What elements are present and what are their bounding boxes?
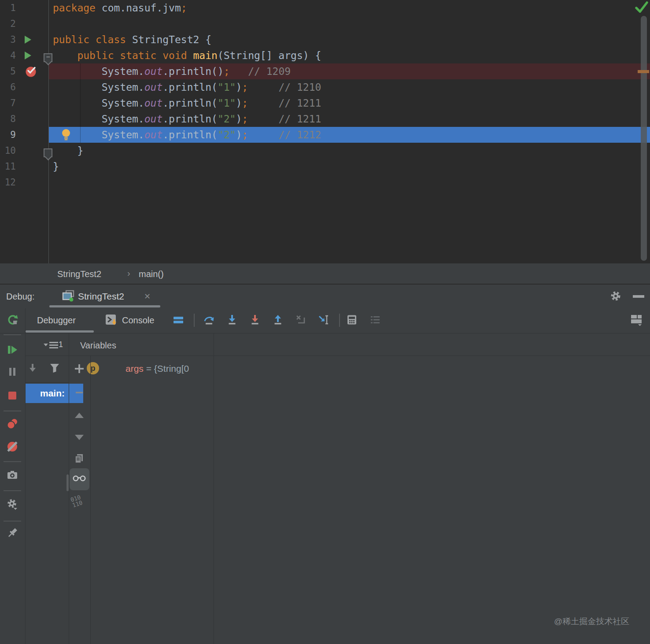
editor-scrollbar[interactable]	[641, 16, 647, 261]
strip-separator	[4, 490, 21, 491]
run-line-icon[interactable]	[23, 51, 32, 60]
code-text: }	[53, 143, 83, 159]
line-number: 6	[0, 79, 16, 95]
pin-tab-icon[interactable]	[6, 527, 18, 539]
code-text: System.out.println("2"); // 1211	[53, 111, 321, 127]
rerun-debug-icon[interactable]	[7, 314, 19, 326]
duplicate-watch-icon[interactable]	[73, 452, 85, 465]
evaluate-binary-icon[interactable]: 010 110	[70, 494, 83, 508]
layout-settings-icon[interactable]	[630, 313, 642, 326]
move-watch-down-icon[interactable]	[73, 431, 85, 444]
move-watch-up-icon[interactable]	[73, 409, 85, 422]
code-text: System.out.println("2"); // 1212	[53, 127, 321, 143]
tab-debugger[interactable]: Debugger	[37, 315, 76, 326]
inspections-ok-check-icon[interactable]	[635, 1, 649, 14]
hide-toolwindow-icon[interactable]	[633, 295, 644, 298]
drop-frame-icon[interactable]	[295, 314, 307, 326]
code-line[interactable]: 3public class StringTest2 {	[0, 32, 650, 48]
debug-content: 1 main: Variables 010 110 p args = {Stri…	[0, 333, 650, 644]
line-number: 4	[0, 48, 16, 63]
debug-toolwindow-header: Debug: StringTest2 ✕	[0, 285, 650, 308]
variables-title: Variables	[80, 341, 116, 351]
debug-session-tab-icon	[62, 289, 75, 303]
line-number: 10	[0, 143, 16, 159]
view-breakpoints-icon[interactable]	[6, 418, 18, 430]
active-tab-underline	[26, 330, 94, 333]
stop-program-icon[interactable]	[6, 389, 18, 402]
show-execution-point-icon[interactable]	[172, 314, 185, 326]
strip-separator	[4, 334, 21, 335]
mute-breakpoints-icon[interactable]	[6, 440, 18, 453]
remove-watch-icon[interactable]	[73, 386, 85, 399]
fold-marker[interactable]: −	[44, 53, 52, 62]
code-text: System.out.println("1"); // 1211	[53, 95, 321, 111]
line-number: 2	[0, 16, 16, 32]
console-tab-icon	[105, 314, 118, 327]
breadcrumb-separator-icon: ›	[127, 268, 130, 278]
code-line[interactable]: 11}	[0, 159, 650, 174]
active-session-underline	[49, 305, 160, 307]
variable-row-args[interactable]: args = {String[0	[91, 360, 214, 378]
code-line[interactable]: 8 System.out.println("2"); // 1211	[0, 111, 650, 127]
close-icon[interactable]: ✕	[144, 292, 151, 301]
variable-equals: =	[144, 363, 154, 374]
breadcrumb: StringTest2 › main()	[0, 263, 650, 285]
watermark: @稀土掘金技术社区	[554, 616, 629, 627]
strip-separator	[4, 411, 21, 411]
trace-settings-icon[interactable]	[369, 314, 381, 326]
code-text: public class StringTest2 {	[53, 32, 211, 48]
strip-separator	[4, 461, 21, 462]
line-number: 5	[0, 63, 16, 79]
breadcrumb-class[interactable]: StringTest2	[57, 269, 101, 279]
force-step-into-icon[interactable]	[249, 314, 261, 326]
step-into-icon[interactable]	[226, 314, 238, 326]
run-line-icon[interactable]	[23, 35, 32, 44]
thread-dump-icon[interactable]	[6, 469, 18, 481]
show-watches-icon[interactable]	[72, 473, 87, 482]
frames-down-arrow-icon[interactable]	[26, 363, 39, 375]
debugger-toolbar: Debugger Console	[0, 308, 650, 333]
resume-program-icon[interactable]	[6, 344, 18, 356]
line-number: 7	[0, 95, 16, 111]
code-line[interactable]: 1package com.nasuf.jvm;	[0, 0, 650, 16]
code-line[interactable]: 4− public static void main(String[] args…	[0, 48, 650, 63]
breadcrumb-method[interactable]: main()	[139, 269, 164, 279]
evaluate-expression-icon[interactable]	[346, 314, 358, 326]
line-number: 9	[0, 127, 16, 143]
debugger-settings-icon[interactable]	[6, 498, 18, 511]
code-line[interactable]: 5 System.out.println(); // 1209	[0, 63, 650, 79]
code-line[interactable]: 9 System.out.println("2"); // 1212	[0, 127, 650, 143]
line-number: 11	[0, 159, 16, 174]
error-stripe-mark	[638, 70, 649, 73]
code-line[interactable]: 6 System.out.println("1"); // 1210	[0, 79, 650, 95]
line-number: 12	[0, 174, 16, 190]
strip-separator	[4, 521, 21, 522]
tab-console[interactable]: Console	[122, 315, 154, 326]
code-text: }	[53, 159, 59, 174]
run-to-cursor-icon[interactable]	[318, 314, 330, 326]
code-line[interactable]: 12	[0, 174, 650, 190]
code-line[interactable]: 10 }	[0, 143, 650, 159]
step-over-icon[interactable]	[203, 314, 215, 326]
code-text: System.out.println(); // 1209	[53, 63, 291, 79]
variable-name: args	[126, 363, 144, 374]
pause-program-icon[interactable]	[6, 366, 18, 378]
line-number: 8	[0, 111, 16, 127]
frames-panel: 1 main:	[25, 333, 69, 644]
filter-icon[interactable]	[48, 362, 61, 374]
intention-bulb-icon[interactable]	[60, 128, 72, 141]
gear-icon[interactable]	[609, 290, 622, 302]
variable-value: {String[0	[154, 363, 189, 374]
code-line[interactable]: 2	[0, 16, 650, 32]
code-editor[interactable]: 1package com.nasuf.jvm;23public class St…	[0, 0, 650, 263]
debug-session-tab[interactable]: StringTest2	[78, 291, 124, 302]
code-line[interactable]: 7 System.out.println("1"); // 1211	[0, 95, 650, 111]
breakpoint-icon[interactable]	[25, 65, 38, 78]
fold-marker[interactable]	[44, 148, 52, 157]
step-out-icon[interactable]	[272, 314, 284, 326]
ide-window: 1package com.nasuf.jvm;23public class St…	[0, 0, 650, 644]
line-number: 3	[0, 32, 16, 48]
code-text: package com.nasuf.jvm;	[53, 0, 187, 16]
add-watch-icon[interactable]	[73, 363, 85, 375]
line-number: 1	[0, 0, 16, 16]
